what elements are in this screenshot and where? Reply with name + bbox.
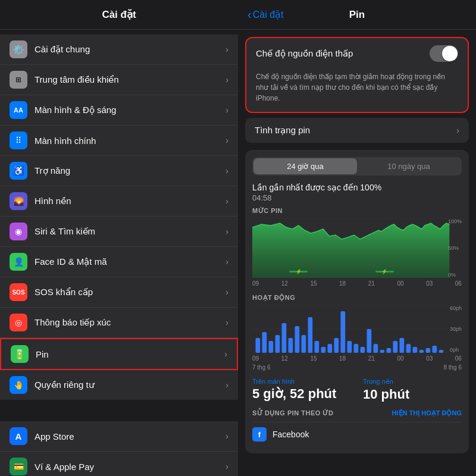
svg-rect-30 — [387, 348, 392, 353]
battery-status-label: Tình trạng pin — [255, 125, 310, 136]
muc-pin-label: MỨC PIN — [252, 207, 462, 215]
svg-rect-24 — [347, 341, 352, 353]
display-icon: AA — [10, 101, 27, 119]
appstore-icon: A — [10, 427, 27, 445]
siri-icon: ◉ — [10, 223, 27, 240]
contact-tracing-icon: ◎ — [10, 314, 27, 331]
sidebar-item-label: Hình nền — [35, 196, 226, 206]
date-left: 7 thg 6 — [252, 364, 271, 371]
battery-status-chevron-icon: › — [456, 126, 459, 135]
sidebar-item-label: Trợ năng — [35, 165, 226, 176]
sidebar-item-label: Face ID & Mật mã — [35, 256, 226, 267]
chevron-icon: › — [226, 380, 228, 390]
tab-10days[interactable]: 10 ngày qua — [357, 158, 461, 174]
left-header: Cài đặt — [0, 0, 238, 30]
settings-list: ⚙️ Cài đặt chung › ⊞ Trung tâm điều khiể… — [0, 30, 238, 476]
settings-group-1: ⚙️ Cài đặt chung › ⊞ Trung tâm điều khiể… — [0, 35, 238, 400]
power-mode-toggle[interactable] — [430, 45, 458, 62]
sidebar-item-hinh-nen[interactable]: 🌄 Hình nền › — [0, 186, 238, 217]
chart-section: 24 giờ qua 10 ngày qua Lần gần nhất được… — [245, 150, 469, 453]
settings-group-2: A App Store › 💳 Ví & Apple Pay › — [0, 421, 238, 476]
sidebar-item-face-id[interactable]: 👤 Face ID & Mật mã › — [0, 247, 238, 277]
battery-status-row[interactable]: Tình trạng pin › — [245, 118, 469, 143]
usage-app-row[interactable]: f Facebook — [252, 422, 462, 446]
svg-rect-31 — [393, 341, 398, 353]
svg-rect-15 — [289, 338, 293, 353]
left-panel: Cài đặt ⚙️ Cài đặt chung › ⊞ Trung tâm đ… — [0, 0, 238, 476]
sidebar-item-cai-dat-chung[interactable]: ⚙️ Cài đặt chung › — [0, 35, 238, 65]
chevron-icon: › — [226, 257, 228, 267]
power-mode-label: Chế độ nguồn điện thấp — [256, 48, 430, 59]
sidebar-item-label: Ví & Apple Pay — [35, 462, 226, 472]
svg-rect-35 — [419, 350, 424, 353]
sidebar-item-pin[interactable]: 🔋 Pin › — [0, 338, 238, 370]
sidebar-item-quyen-rieng-tu[interactable]: 🤚 Quyền riêng tư › — [0, 370, 238, 400]
activity-time-labels: 09 12 15 18 21 00 03 06 — [252, 355, 462, 362]
battery-icon: 🔋 — [11, 345, 29, 363]
tab-row: 24 giờ qua 10 ngày qua — [252, 157, 462, 176]
svg-rect-21 — [328, 344, 333, 353]
sidebar-item-sos[interactable]: SOS SOS khẩn cấp › — [0, 277, 238, 308]
svg-rect-32 — [400, 338, 405, 353]
power-mode-row: Chế độ nguồn điện thấp — [246, 38, 468, 69]
background-stat: Trong nền 10 phút — [363, 378, 462, 402]
chevron-icon: › — [226, 136, 228, 145]
back-button[interactable]: ‹ Cài đặt — [248, 8, 283, 21]
home-screen-icon: ⠿ — [10, 131, 27, 149]
wallpaper-icon: 🌄 — [10, 192, 27, 210]
svg-rect-38 — [439, 350, 444, 353]
svg-rect-17 — [302, 335, 306, 353]
sidebar-item-label: Trung tâm điều khiển — [35, 74, 226, 85]
facebook-icon: f — [252, 427, 267, 441]
activity-chart: 60ph 30ph 0ph — [252, 305, 462, 353]
svg-rect-20 — [321, 347, 326, 353]
sidebar-item-thong-bao-tiep-xuc[interactable]: ◎ Thông báo tiếp xúc › — [0, 308, 238, 338]
battery-right-labels: 100% 50% 0% — [448, 218, 462, 278]
screen-on-value: 5 giờ, 52 phút — [252, 386, 351, 402]
sidebar-item-vi-apple-pay[interactable]: 💳 Ví & Apple Pay › — [0, 452, 238, 476]
sidebar-item-siri[interactable]: ◉ Siri & Tìm kiếm › — [0, 217, 238, 247]
sidebar-item-trung-tam-dieu-khien[interactable]: ⊞ Trung tâm điều khiển › — [0, 65, 238, 95]
svg-rect-28 — [374, 344, 378, 353]
chevron-icon: › — [226, 196, 228, 206]
privacy-icon: 🤚 — [10, 376, 27, 394]
background-value: 10 phút — [363, 387, 462, 402]
tab-24h[interactable]: 24 giờ qua — [253, 158, 357, 174]
back-chevron-icon: ‹ — [248, 8, 252, 21]
svg-rect-19 — [315, 341, 320, 353]
svg-rect-37 — [433, 346, 437, 353]
usage-link[interactable]: HIỆN THỊ HOẠT ĐỘNG — [392, 409, 462, 417]
chevron-icon: › — [224, 349, 227, 359]
chevron-icon: › — [226, 318, 228, 327]
usage-app-name: Facebook — [273, 430, 309, 439]
sidebar-item-label: Thông báo tiếp xúc — [35, 317, 226, 328]
sidebar-item-man-hinh-chinh[interactable]: ⠿ Màn hình chính › — [0, 126, 238, 156]
chevron-icon: › — [226, 105, 228, 115]
battery-chart-svg: ⚡ ⚡ — [252, 218, 462, 278]
sidebar-item-label: Pin — [36, 349, 224, 359]
svg-rect-12 — [269, 341, 274, 353]
sidebar-item-app-store[interactable]: A App Store › — [0, 421, 238, 452]
wallet-icon: 💳 — [10, 458, 27, 475]
activity-chart-svg — [252, 305, 462, 353]
screen-stats-row: Trên màn hình 5 giờ, 52 phút Trong nền 1… — [252, 378, 462, 402]
svg-rect-29 — [380, 350, 385, 353]
face-id-icon: 👤 — [10, 253, 27, 271]
chevron-icon: › — [226, 287, 228, 297]
right-header: ‹ Cài đặt Pin — [238, 0, 476, 30]
background-label: Trong nền — [363, 378, 462, 386]
svg-rect-16 — [295, 326, 300, 353]
power-mode-section: Chế độ nguồn điện thấp Chế độ nguồn điện… — [245, 37, 469, 113]
svg-rect-27 — [367, 329, 372, 353]
svg-rect-36 — [426, 348, 431, 353]
svg-rect-6 — [375, 271, 394, 273]
sidebar-item-tro-nang[interactable]: ♿ Trợ năng › — [0, 156, 238, 186]
right-content: Chế độ nguồn điện thấp Chế độ nguồn điện… — [238, 30, 476, 476]
sidebar-item-man-hinh-do-sang[interactable]: AA Màn hình & Độ sáng › — [0, 95, 238, 126]
sidebar-item-label: Siri & Tìm kiếm — [35, 226, 226, 237]
date-right: 8 thg 6 — [443, 364, 462, 371]
chevron-icon: › — [226, 45, 228, 54]
svg-rect-22 — [334, 338, 339, 353]
svg-rect-34 — [413, 347, 418, 353]
separator-1 — [0, 405, 238, 421]
